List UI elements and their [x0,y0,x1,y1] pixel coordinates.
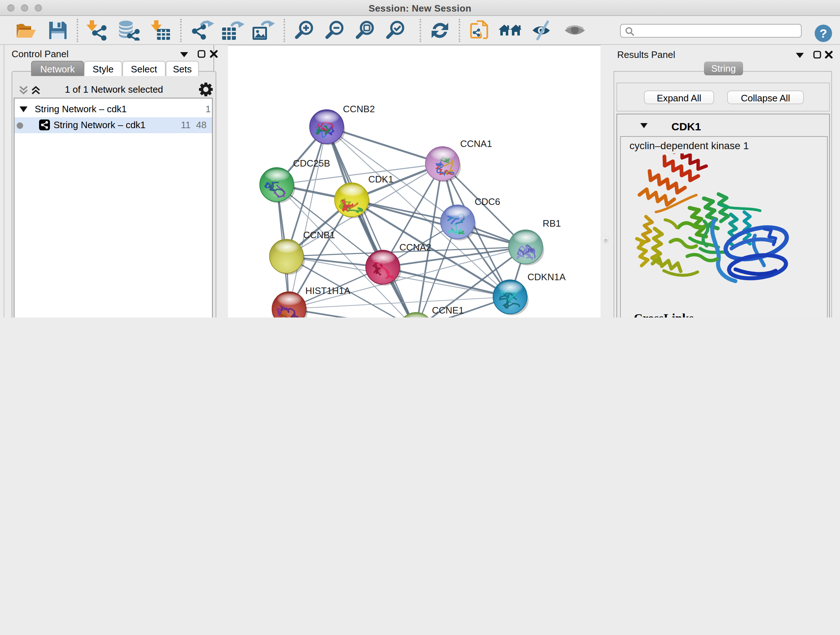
svg-text:CCNB1: CCNB1 [303,230,335,241]
svg-text:CCNA2: CCNA2 [399,242,431,253]
svg-text:CDC6: CDC6 [475,196,500,207]
svg-text:CCNB2: CCNB2 [343,103,375,114]
svg-text:CDKN1A: CDKN1A [527,272,566,282]
svg-text:?: ? [820,27,827,40]
svg-text:HIST1H1A: HIST1H1A [305,285,351,296]
svg-text:RB1: RB1 [543,218,561,229]
svg-text:CDK1: CDK1 [368,174,393,185]
svg-text:CDC25B: CDC25B [293,158,330,169]
svg-text:CCNA1: CCNA1 [460,138,492,149]
svg-text:CCNE1: CCNE1 [432,305,464,316]
